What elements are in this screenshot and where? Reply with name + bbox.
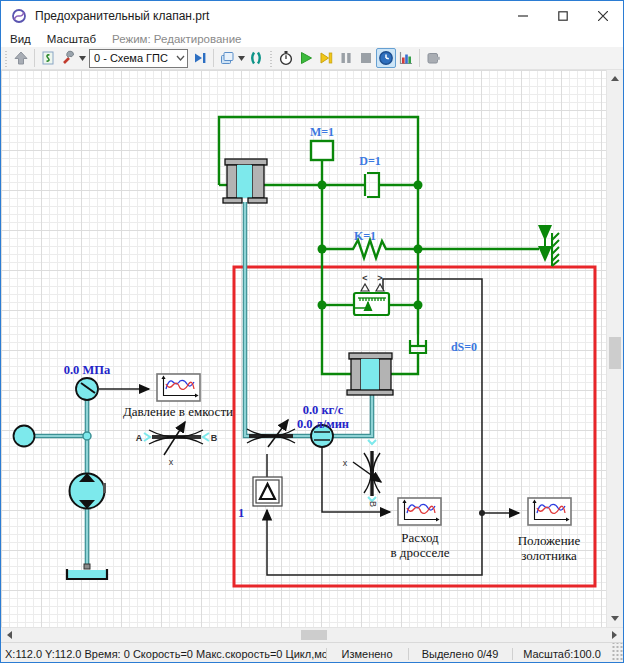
throttle-main[interactable] xyxy=(247,420,295,447)
mass-element[interactable]: M=1 xyxy=(310,125,334,160)
script-icon xyxy=(40,50,56,66)
pressure-gauge[interactable]: 0.0 МПа xyxy=(64,363,111,400)
refresh-icon xyxy=(248,50,264,66)
chevron-down-icon xyxy=(238,56,245,61)
x-label-servo: x xyxy=(343,458,348,468)
menu-scale[interactable]: Масштаб xyxy=(39,33,104,45)
clock-icon xyxy=(378,50,394,66)
refresh-button[interactable] xyxy=(246,48,266,68)
vertical-scrollbar[interactable] xyxy=(606,70,623,627)
reservoir[interactable] xyxy=(67,564,107,579)
signal-junction xyxy=(479,510,485,516)
toolbar-separator xyxy=(34,49,35,67)
cylinder-1[interactable] xyxy=(223,159,267,203)
toolbar-grip[interactable] xyxy=(4,49,9,67)
damper-label: D=1 xyxy=(359,154,381,168)
pause-button[interactable] xyxy=(336,48,356,68)
maximize-button[interactable] xyxy=(543,2,583,30)
resize-grip[interactable] xyxy=(612,643,623,663)
horizontal-scroll-thumb[interactable] xyxy=(301,630,327,640)
port-b-rotated: B xyxy=(368,501,378,507)
right-arrow-icon xyxy=(612,631,617,639)
toolbar-separator xyxy=(419,49,420,67)
stop-button[interactable] xyxy=(356,48,376,68)
stop-icon xyxy=(358,50,374,66)
close-button[interactable] xyxy=(583,2,623,30)
down-arrow-icon xyxy=(611,616,619,621)
amplifier[interactable]: 1 xyxy=(238,477,282,520)
menubar: Вид Масштаб Режим: Редактирование xyxy=(1,31,623,47)
layers-dropdown-caret[interactable] xyxy=(237,48,246,68)
scope-pressure[interactable]: Давление в емкости xyxy=(123,374,233,419)
ds-label: dS=0 xyxy=(451,340,477,354)
scroll-right-button[interactable] xyxy=(606,628,623,643)
gt-mark: > xyxy=(377,273,382,283)
goto-button[interactable] xyxy=(190,48,210,68)
left-arrow-icon xyxy=(7,631,12,639)
step-forward-icon xyxy=(318,50,334,66)
damper-element[interactable]: D=1 xyxy=(359,154,381,197)
scroll-up-button[interactable] xyxy=(607,70,623,87)
cylinder-2[interactable] xyxy=(347,353,393,395)
pause-icon xyxy=(338,50,354,66)
scheme-select[interactable]: 0 - Схема ГПС xyxy=(89,49,188,68)
wrench-button[interactable] xyxy=(58,48,78,68)
up-arrow-icon xyxy=(13,50,29,66)
wall-anchor[interactable] xyxy=(545,233,559,266)
horizontal-scrollbar[interactable] xyxy=(1,627,623,642)
toolbar-grip[interactable] xyxy=(269,49,274,67)
scheme-select-caret[interactable] xyxy=(173,55,187,61)
scope-flow-label-2: в дросселе xyxy=(390,545,449,560)
green-junctions xyxy=(318,181,423,310)
scope-spool[interactable]: Положение золотника xyxy=(518,498,581,563)
horizontal-scroll-track[interactable] xyxy=(18,628,606,642)
port-marker xyxy=(144,433,150,441)
scroll-left-button[interactable] xyxy=(1,628,18,643)
status-position: X:112.0 Y:112.0 Время: 0 Скорость=0 Макс… xyxy=(1,648,326,660)
spool-damper-element[interactable]: dS=0 xyxy=(410,334,477,354)
chevron-down-icon xyxy=(176,55,185,61)
window-title: Предохранительный клапан.prt xyxy=(35,9,503,23)
goto-icon xyxy=(192,50,208,66)
port-a-label: A xyxy=(136,433,143,443)
minimize-icon xyxy=(518,11,528,21)
maximize-icon xyxy=(558,11,568,21)
scope-flow-label-1: Расход xyxy=(401,530,439,545)
flow-sensor[interactable]: 0.0 кг/с 0.0 л/мин xyxy=(297,403,349,447)
gain-label: 1 xyxy=(238,506,244,520)
chart-button[interactable] xyxy=(396,48,416,68)
volume-node[interactable] xyxy=(14,426,35,447)
pump[interactable] xyxy=(70,473,107,509)
wrench-dropdown-caret[interactable] xyxy=(78,48,87,68)
up-arrow-icon xyxy=(611,76,619,81)
clock-button[interactable] xyxy=(376,48,396,68)
stopwatch-button[interactable] xyxy=(276,48,296,68)
schematic-canvas[interactable]: M=1 D=1 K=1 xyxy=(1,70,606,627)
app-window: Предохранительный клапан.prt Вид Масштаб… xyxy=(0,0,624,663)
layers-button[interactable] xyxy=(217,48,237,68)
step-button[interactable] xyxy=(316,48,336,68)
pipe-junction xyxy=(83,432,91,440)
scope-flow[interactable]: Расход в дросселе xyxy=(390,498,449,560)
status-selected: Выделено 0/49 xyxy=(408,648,512,660)
throttle-servo[interactable]: x B xyxy=(343,451,381,507)
vertical-scroll-track[interactable] xyxy=(607,87,623,610)
close-icon xyxy=(598,11,608,21)
open-port-marker xyxy=(368,440,376,444)
script-button[interactable] xyxy=(38,48,58,68)
export-icon xyxy=(425,50,441,66)
chevron-down-icon xyxy=(79,56,86,61)
run-button[interactable] xyxy=(296,48,316,68)
toolbar-separator xyxy=(213,49,214,67)
schematic-drawing: M=1 D=1 K=1 xyxy=(1,70,606,627)
export-button[interactable] xyxy=(423,48,443,68)
toolbar: 0 - Схема ГПС xyxy=(1,47,623,70)
menu-view[interactable]: Вид xyxy=(1,33,39,45)
minimize-button[interactable] xyxy=(503,2,543,30)
up-arrow-button[interactable] xyxy=(11,48,31,68)
port-b-label: B xyxy=(211,433,218,443)
scroll-down-button[interactable] xyxy=(607,610,623,627)
port-marker xyxy=(203,433,209,441)
throttle-ab[interactable]: A B x xyxy=(136,422,218,467)
vertical-scroll-thumb[interactable] xyxy=(609,337,621,369)
